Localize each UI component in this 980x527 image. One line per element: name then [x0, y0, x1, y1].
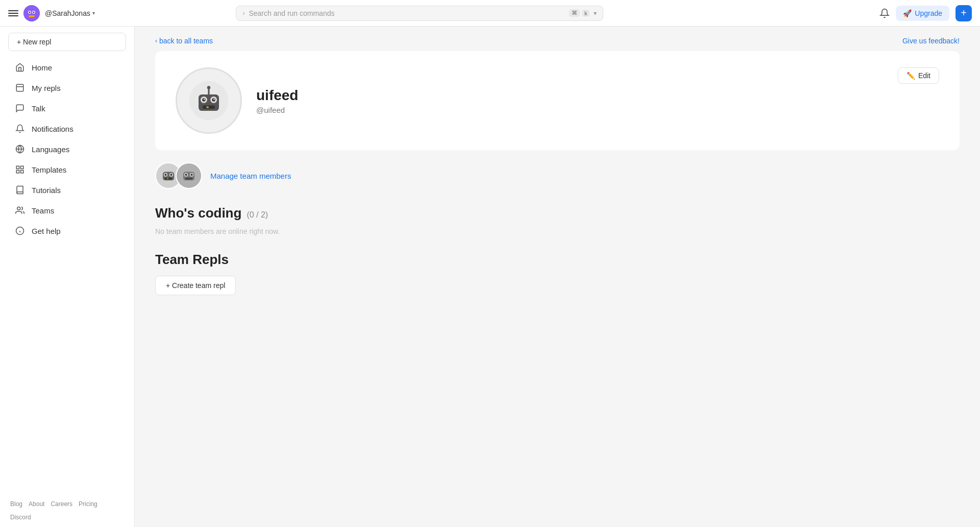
svg-point-41 — [185, 174, 187, 176]
svg-point-28 — [207, 86, 210, 89]
sidebar-item-talk[interactable]: Talk — [4, 99, 130, 118]
svg-point-13 — [17, 207, 20, 210]
svg-rect-5 — [29, 15, 35, 17]
talk-icon — [14, 104, 26, 113]
sidebar-item-label-get-help: Get help — [32, 227, 61, 235]
feedback-link[interactable]: Give us feedback! — [902, 37, 960, 45]
back-to-all-teams-link[interactable]: ‹ back to all teams — [155, 37, 213, 45]
team-repls-title: Team Repls — [155, 252, 960, 268]
sidebar-item-label-my-repls: My repls — [32, 84, 61, 92]
shortcut-key-k: k — [582, 10, 590, 17]
user-info[interactable]: @SarahJonas ▾ — [45, 9, 95, 17]
header-right: 🚀 Upgrade + — [879, 5, 972, 21]
sidebar-item-get-help[interactable]: Get help — [4, 221, 130, 241]
manage-team-members-link[interactable]: Manage team members — [210, 172, 291, 180]
sidebar-item-label-languages: Languages — [32, 145, 69, 154]
sidebar-item-home[interactable]: Home — [4, 58, 130, 77]
whos-coding-section: Who's coding (0 / 2) No team members are… — [155, 205, 960, 235]
svg-rect-36 — [167, 178, 168, 179]
sidebar-footer: Blog About Careers Pricing Discord — [0, 494, 134, 527]
svg-point-42 — [191, 174, 193, 176]
chevron-down-icon: ▾ — [92, 10, 95, 16]
edit-icon: ✏️ — [906, 71, 915, 80]
upgrade-button[interactable]: 🚀 Upgrade — [896, 6, 949, 21]
notifications-icon — [14, 124, 26, 133]
search-placeholder: Search and run commands — [249, 9, 565, 17]
svg-point-23 — [204, 99, 205, 100]
svg-rect-27 — [208, 88, 209, 95]
svg-point-4 — [33, 11, 35, 13]
footer-discord[interactable]: Discord — [10, 514, 31, 521]
languages-icon — [14, 145, 26, 154]
svg-rect-26 — [206, 106, 209, 108]
templates-icon — [14, 165, 26, 174]
edit-button[interactable]: ✏️ Edit — [898, 67, 939, 84]
sidebar-item-label-home: Home — [32, 63, 52, 72]
svg-rect-9 — [16, 166, 19, 169]
my-repls-icon — [14, 83, 26, 92]
sidebar-nav: Home My repls Talk Notifications — [0, 55, 134, 243]
edit-label: Edit — [918, 71, 930, 80]
sidebar-item-label-templates: Templates — [32, 165, 66, 174]
sidebar-item-tutorials[interactable]: Tutorials — [4, 180, 130, 200]
search-bar[interactable]: › Search and run commands ⌘ k ▾ — [236, 6, 603, 21]
sidebar-item-my-repls[interactable]: My repls — [4, 78, 130, 98]
upgrade-icon: 🚀 — [903, 9, 912, 17]
sidebar-item-label-teams: Teams — [32, 206, 54, 215]
upgrade-label: Upgrade — [915, 9, 942, 17]
svg-point-34 — [170, 174, 173, 176]
manage-members-section: Manage team members — [155, 162, 960, 189]
svg-point-3 — [29, 11, 31, 13]
tutorials-icon — [14, 185, 26, 195]
sidebar-item-templates[interactable]: Templates — [4, 160, 130, 179]
whos-coding-label: Who's coding — [155, 205, 241, 221]
search-shortcut: ⌘ k — [569, 9, 590, 17]
members-avatars — [155, 162, 202, 189]
svg-rect-11 — [16, 171, 19, 173]
new-repl-icon-button[interactable]: + — [955, 5, 972, 21]
team-avatar — [176, 67, 242, 134]
breadcrumb-bar: ‹ back to all teams Give us feedback! — [135, 27, 980, 51]
svg-point-24 — [213, 99, 214, 100]
bell-icon[interactable] — [879, 8, 890, 18]
sidebar-item-notifications[interactable]: Notifications — [4, 119, 130, 138]
back-label: back to all teams — [159, 37, 213, 45]
member-avatar-2 — [176, 162, 202, 189]
username: @SarahJonas — [45, 9, 90, 17]
search-expand-icon[interactable]: ▾ — [594, 10, 597, 17]
header-left: @SarahJonas ▾ — [8, 5, 95, 21]
avatar[interactable] — [23, 5, 40, 21]
hamburger-icon[interactable] — [8, 8, 18, 18]
home-icon — [14, 63, 26, 72]
svg-point-0 — [23, 5, 40, 21]
sidebar-item-languages[interactable]: Languages — [4, 139, 130, 159]
sidebar-item-label-tutorials: Tutorials — [32, 186, 61, 195]
footer-about[interactable]: About — [29, 500, 44, 508]
sidebar: + New repl Home My repls Talk — [0, 27, 135, 527]
whos-coding-count: (0 / 2) — [247, 210, 268, 220]
whos-coding-title: Who's coding (0 / 2) — [155, 205, 960, 221]
get-help-icon — [14, 226, 26, 235]
search-chevron-icon: › — [242, 10, 244, 17]
svg-rect-10 — [21, 166, 23, 169]
sidebar-item-teams[interactable]: Teams — [4, 201, 130, 220]
footer-careers[interactable]: Careers — [51, 500, 72, 508]
svg-rect-12 — [21, 171, 23, 173]
whos-coding-empty: No team members are online right now. — [155, 227, 960, 235]
team-repls-section: Team Repls + Create team repl — [155, 252, 960, 295]
team-info: uifeed @uifeed — [256, 87, 939, 114]
svg-rect-43 — [185, 178, 193, 180]
team-repls-label: Team Repls — [155, 252, 229, 268]
team-handle: @uifeed — [256, 106, 939, 114]
create-team-repl-button[interactable]: + Create team repl — [155, 276, 236, 295]
team-name: uifeed — [256, 87, 939, 104]
teams-icon — [14, 206, 26, 215]
svg-point-33 — [165, 174, 167, 176]
footer-blog[interactable]: Blog — [10, 500, 22, 508]
content: ‹ back to all teams Give us feedback! — [135, 27, 980, 527]
shortcut-key-cmd: ⌘ — [569, 9, 580, 17]
svg-rect-6 — [16, 84, 23, 91]
footer-pricing[interactable]: Pricing — [79, 500, 97, 508]
new-repl-button[interactable]: + New repl — [8, 33, 126, 51]
sidebar-item-label-notifications: Notifications — [32, 125, 74, 133]
